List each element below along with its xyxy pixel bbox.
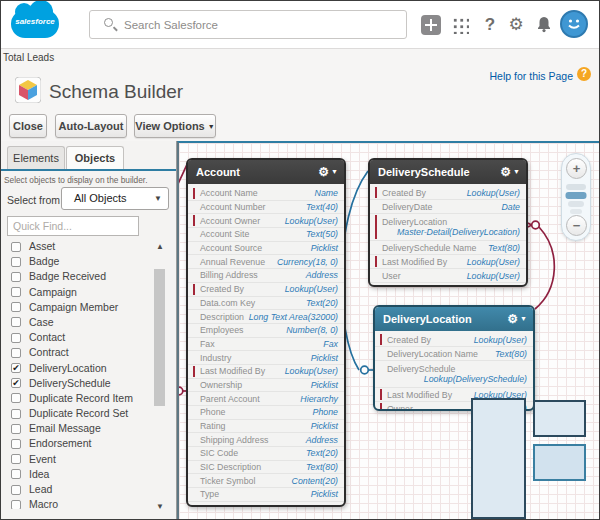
object-list-item[interactable]: Lead bbox=[1, 482, 149, 497]
scroll-up-icon[interactable]: ▲ bbox=[153, 241, 167, 253]
object-list-item[interactable]: Case bbox=[1, 315, 149, 330]
checkbox[interactable] bbox=[11, 272, 21, 282]
field-row[interactable]: Shipping AddressAddress bbox=[188, 433, 344, 447]
object-list-item[interactable]: Duplicate Record Item bbox=[1, 391, 149, 406]
zoom-level-bar-active[interactable] bbox=[566, 192, 587, 199]
gear-icon[interactable]: ⚙▼ bbox=[318, 160, 338, 184]
checkbox[interactable] bbox=[11, 409, 21, 419]
object-list-item[interactable]: Badge bbox=[1, 254, 149, 269]
checkbox[interactable] bbox=[11, 348, 21, 358]
field-row[interactable]: UserLookup(User) bbox=[370, 269, 526, 283]
object-list-item[interactable]: Email Message bbox=[1, 421, 149, 436]
zoom-out-button[interactable]: − bbox=[566, 215, 587, 236]
checkbox[interactable] bbox=[11, 333, 21, 343]
field-row[interactable]: EmployeesNumber(8, 0) bbox=[188, 324, 344, 338]
zoom-level-bar[interactable] bbox=[570, 209, 582, 214]
object-list-item[interactable]: Endorsement bbox=[1, 436, 149, 451]
field-row[interactable]: DeliveryLocationMaster-Detail(DeliveryLo… bbox=[370, 214, 526, 241]
help-icon[interactable]: ? bbox=[479, 14, 501, 36]
settings-gear-icon[interactable]: ⚙ bbox=[505, 14, 527, 36]
object-list-item[interactable]: Macro bbox=[1, 497, 149, 509]
field-row[interactable]: Billing AddressAddress bbox=[188, 269, 344, 283]
field-row[interactable]: OwnershipPicklist bbox=[188, 379, 344, 393]
checkbox[interactable] bbox=[11, 257, 21, 267]
object-list-item[interactable]: Contract bbox=[1, 345, 149, 360]
object-list-item[interactable]: Campaign Member bbox=[1, 300, 149, 315]
field-row[interactable]: SIC CodeText(20) bbox=[188, 447, 344, 461]
field-row[interactable]: Annual RevenueCurrency(18, 0) bbox=[188, 255, 344, 269]
object-list-item[interactable]: ✔DeliverySchedule bbox=[1, 376, 149, 391]
field-row[interactable]: Account SiteText(50) bbox=[188, 228, 344, 242]
schema-canvas[interactable]: Account⚙▼Account NameNameAccount NumberT… bbox=[177, 141, 599, 519]
checkbox[interactable]: ✔ bbox=[11, 363, 21, 373]
checkbox[interactable] bbox=[11, 393, 21, 403]
entity-deliverylocation[interactable]: DeliveryLocation⚙▼Created ByLookup(User)… bbox=[373, 305, 535, 411]
tab-elements[interactable]: Elements bbox=[7, 146, 65, 169]
field-row[interactable]: Account OwnerLookup(User) bbox=[188, 214, 344, 228]
checkbox[interactable] bbox=[11, 287, 21, 297]
app-launcher-icon[interactable] bbox=[451, 16, 469, 34]
checkbox[interactable] bbox=[11, 242, 21, 252]
checkbox[interactable] bbox=[11, 317, 21, 327]
object-list-item[interactable]: ✔DeliveryLocation bbox=[1, 361, 149, 376]
field-row[interactable]: IndustryPicklist bbox=[188, 351, 344, 365]
checkbox[interactable] bbox=[11, 485, 21, 495]
checkbox[interactable] bbox=[11, 424, 21, 434]
field-row[interactable]: DescriptionLong Text Area(32000) bbox=[188, 310, 344, 324]
entity-account[interactable]: Account⚙▼Account NameNameAccount NumberT… bbox=[186, 158, 346, 507]
scroll-down-icon[interactable]: ▼ bbox=[153, 501, 167, 513]
checkbox[interactable] bbox=[11, 439, 21, 449]
field-row[interactable]: TypePicklist bbox=[188, 488, 344, 502]
field-row[interactable]: Account NameName bbox=[188, 187, 344, 201]
field-row[interactable]: RatingPicklist bbox=[188, 420, 344, 434]
field-row[interactable]: DeliveryScheduleLookup(DeliverySchedule) bbox=[375, 361, 533, 388]
field-row[interactable]: Created ByLookup(User) bbox=[370, 186, 526, 200]
zoom-level-bar[interactable] bbox=[568, 201, 584, 207]
global-search[interactable] bbox=[89, 10, 407, 39]
gear-icon[interactable]: ⚙▼ bbox=[500, 160, 520, 184]
object-list-item[interactable]: Contact bbox=[1, 330, 149, 345]
sidebar-scrollbar-thumb[interactable] bbox=[154, 269, 165, 406]
add-icon[interactable] bbox=[421, 15, 441, 35]
object-list-item[interactable]: Idea bbox=[1, 467, 149, 482]
field-row[interactable]: Parent AccountHierarchy bbox=[188, 392, 344, 406]
checkbox[interactable] bbox=[11, 454, 21, 464]
field-row[interactable]: SIC DescriptionText(80) bbox=[188, 461, 344, 475]
field-row[interactable]: Ticker SymbolContent(20) bbox=[188, 474, 344, 488]
zoom-level-bar[interactable] bbox=[566, 184, 586, 190]
checkbox[interactable] bbox=[11, 469, 21, 479]
close-button[interactable]: Close bbox=[9, 114, 47, 138]
field-row[interactable]: PhonePhone bbox=[188, 406, 344, 420]
field-row[interactable]: Created ByLookup(User) bbox=[188, 283, 344, 297]
field-row[interactable]: Account SourcePicklist bbox=[188, 242, 344, 256]
entity-header[interactable]: DeliveryLocation⚙▼ bbox=[375, 307, 533, 331]
field-row[interactable]: Created ByLookup(User) bbox=[375, 333, 533, 347]
help-badge-icon[interactable]: ? bbox=[577, 67, 591, 81]
quick-find-input[interactable] bbox=[7, 216, 139, 236]
auto-layout-button[interactable]: Auto-Layout bbox=[55, 114, 127, 138]
field-row[interactable]: Last Modified ByLookup(User) bbox=[188, 365, 344, 379]
zoom-in-button[interactable]: + bbox=[566, 158, 587, 179]
help-for-page-link[interactable]: Help for this Page bbox=[490, 70, 573, 82]
notifications-bell-icon[interactable] bbox=[533, 15, 555, 37]
field-row[interactable]: Data.com KeyText(20) bbox=[188, 297, 344, 311]
entity-header[interactable]: DeliverySchedule⚙▼ bbox=[370, 160, 526, 184]
entity-header[interactable]: Account⚙▼ bbox=[188, 160, 344, 184]
entity-deliveryschedule[interactable]: DeliverySchedule⚙▼Created ByLookup(User)… bbox=[368, 158, 528, 287]
tab-objects[interactable]: Objects bbox=[66, 146, 124, 169]
gear-icon[interactable]: ⚙▼ bbox=[507, 307, 527, 331]
checkbox[interactable]: ✔ bbox=[11, 378, 21, 388]
field-row[interactable]: DeliveryLocation NameText(80) bbox=[375, 347, 533, 361]
object-list-item[interactable]: Badge Received bbox=[1, 269, 149, 284]
field-row[interactable]: Last Modified ByLookup(User) bbox=[370, 255, 526, 269]
user-avatar[interactable] bbox=[560, 10, 588, 38]
object-list-item[interactable]: Campaign bbox=[1, 285, 149, 300]
search-input[interactable] bbox=[124, 12, 394, 37]
salesforce-logo[interactable]: salesforce bbox=[11, 10, 59, 38]
field-row[interactable]: DeliveryDateDate bbox=[370, 200, 526, 214]
checkbox[interactable] bbox=[11, 500, 21, 509]
field-row[interactable]: FaxFax bbox=[188, 338, 344, 352]
checkbox[interactable] bbox=[11, 302, 21, 312]
view-options-button[interactable]: View Options ▼ bbox=[134, 114, 216, 138]
object-list-item[interactable]: Asset bbox=[1, 239, 149, 254]
